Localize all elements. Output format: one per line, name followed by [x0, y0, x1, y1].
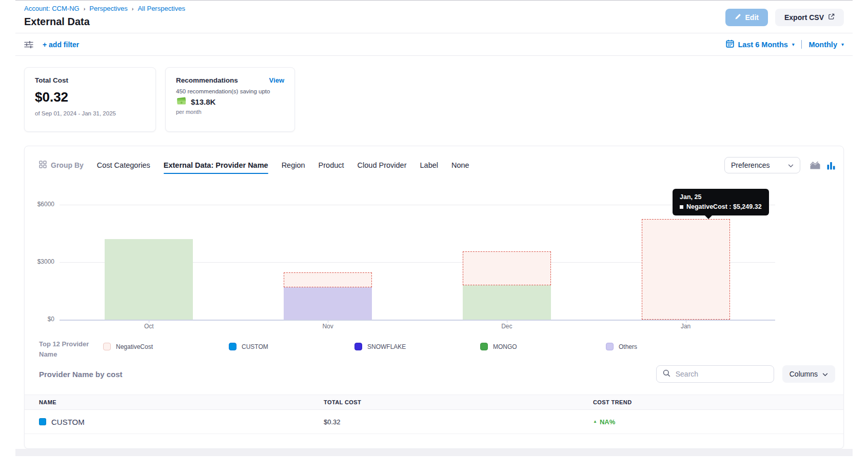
filter-icon[interactable]	[24, 41, 33, 48]
legend-label: Others	[619, 343, 637, 350]
filter-bar: + add filter Last 6 Months ▾ Monthly ▾	[15, 33, 853, 56]
legend-title: Top 12 Provider Name	[39, 339, 103, 359]
granularity-dropdown[interactable]: Monthly ▾	[808, 41, 844, 49]
tab-none[interactable]: None	[451, 161, 469, 169]
bottom-strip	[15, 449, 853, 456]
preferences-label: Preferences	[731, 161, 770, 169]
header-actions: Edit Export CSV	[725, 9, 844, 33]
column-header-cost-trend[interactable]: COST TREND	[593, 399, 843, 405]
y-axis-label: $6000	[25, 201, 54, 208]
total-cost-period: of Sep 01, 2024 - Jan 31, 2025	[35, 110, 145, 116]
tab-cost-categories[interactable]: Cost Categories	[97, 161, 150, 169]
breadcrumb-separator-icon: ›	[132, 6, 134, 12]
breadcrumb-item-account-ccm-ng[interactable]: Account: CCM-NG	[24, 5, 80, 12]
group-by-label: Group By	[51, 161, 84, 169]
y-axis-label: $0	[25, 316, 54, 323]
perspective-panel: Group By Cost CategoriesExternal Data: P…	[24, 146, 844, 449]
trend-up-icon: ▲	[593, 420, 597, 424]
row-swatch	[39, 418, 46, 425]
total-cost-value: $0.32	[35, 89, 145, 105]
external-link-icon	[828, 13, 835, 22]
row-name-cell: CUSTOM	[39, 418, 324, 426]
x-axis-tick	[686, 320, 686, 323]
legend-label: SNOWFLAKE	[367, 343, 406, 350]
legend-swatch	[354, 343, 362, 350]
total-cost-card: Total Cost $0.32 of Sep 01, 2024 - Jan 3…	[24, 67, 156, 132]
x-axis-tick	[149, 320, 149, 323]
chart-tooltip: Jan, 25 NegativeCost : $5,249.32	[673, 189, 769, 215]
legend-swatch	[229, 343, 236, 350]
search-input[interactable]	[675, 369, 767, 379]
tab-label[interactable]: Label	[420, 161, 438, 169]
total-cost-title: Total Cost	[35, 76, 145, 84]
vertical-separator	[801, 40, 802, 49]
export-csv-label: Export CSV	[784, 13, 824, 22]
column-header-total-cost[interactable]: TOTAL COST	[324, 399, 593, 405]
table-header-row: NAMETOTAL COSTCOST TREND	[25, 395, 843, 410]
tab-external-data-provider-name[interactable]: External Data: Provider Name	[164, 161, 268, 169]
legend-swatch	[606, 343, 614, 350]
breadcrumb-item-perspectives[interactable]: Perspectives	[89, 5, 127, 12]
row-cost-trend: ▲NA%	[593, 418, 843, 426]
bar-others-nov[interactable]	[284, 287, 372, 320]
breadcrumb: Account: CCM-NG›Perspectives›All Perspec…	[24, 5, 185, 12]
row-name: CUSTOM	[51, 418, 85, 426]
legend-label: MONGO	[493, 343, 517, 350]
table-row-custom[interactable]: CUSTOM$0.32▲NA%	[25, 410, 843, 434]
tooltip-series-marker	[680, 205, 683, 209]
tooltip-arrow	[704, 215, 713, 219]
x-axis-label: Nov	[305, 323, 351, 330]
tab-cloud-provider[interactable]: Cloud Provider	[358, 161, 407, 169]
bar-mongo-oct[interactable]	[105, 239, 193, 320]
column-header-name[interactable]: NAME	[39, 399, 324, 405]
calendar-icon	[726, 40, 734, 49]
bar-negativecost-nov[interactable]	[284, 272, 372, 287]
chevron-down-icon	[822, 370, 828, 378]
legend-item-others[interactable]: Others	[606, 339, 732, 350]
bar-negativecost-dec[interactable]	[463, 251, 551, 285]
legend-items: NegativeCostCUSTOMSNOWFLAKEMONGOOthers	[103, 339, 732, 350]
granularity-label: Monthly	[808, 41, 837, 49]
bar-negativecost-jan[interactable]	[642, 219, 730, 320]
date-range-label: Last 6 Months	[738, 41, 787, 49]
recommendations-title: Recommendations	[176, 76, 238, 84]
header-left: Account: CCM-NG›Perspectives›All Perspec…	[24, 5, 185, 33]
chart-type-toggle	[810, 161, 835, 170]
chevron-down-icon	[788, 161, 794, 169]
edit-button-label: Edit	[745, 13, 759, 22]
row-total-cost: $0.32	[324, 418, 593, 426]
edit-button[interactable]: Edit	[725, 9, 768, 26]
bar-chart-icon[interactable]	[827, 161, 835, 170]
add-filter-button[interactable]: + add filter	[43, 41, 79, 49]
recommendations-card: Recommendations View 450 recommendation(…	[165, 67, 295, 132]
search-box	[656, 365, 774, 383]
legend-item-negativecost[interactable]: NegativeCost	[103, 339, 229, 350]
gridline	[60, 205, 775, 205]
breadcrumb-item-all-perspectives[interactable]: All Perspectives	[137, 5, 185, 12]
tab-product[interactable]: Product	[319, 161, 344, 169]
caret-down-icon: ▾	[841, 42, 844, 47]
y-axis-label: $3000	[25, 258, 54, 265]
bar-mongo-dec[interactable]	[463, 285, 551, 320]
x-axis-label: Oct	[126, 323, 172, 330]
page-content: Account: CCM-NG›Perspectives›All Perspec…	[15, 0, 853, 456]
legend-item-snowflake[interactable]: SNOWFLAKE	[354, 339, 480, 350]
tooltip-title: Jan, 25	[680, 193, 762, 201]
preferences-dropdown[interactable]: Preferences	[724, 157, 800, 173]
search-icon	[663, 369, 670, 379]
columns-button[interactable]: Columns	[782, 365, 835, 383]
x-axis-tick	[507, 320, 507, 323]
area-chart-icon[interactable]	[810, 161, 821, 170]
money-icon	[176, 97, 187, 107]
date-range-dropdown[interactable]: Last 6 Months ▾	[738, 41, 795, 49]
page-header: Account: CCM-NG›Perspectives›All Perspec…	[15, 1, 853, 33]
tab-region[interactable]: Region	[282, 161, 305, 169]
chart-legend: Top 12 Provider Name NegativeCostCUSTOMS…	[25, 330, 843, 357]
export-csv-button[interactable]: Export CSV	[775, 9, 844, 26]
x-axis-label: Dec	[484, 323, 530, 330]
legend-item-custom[interactable]: CUSTOM	[229, 339, 354, 350]
legend-label: NegativeCost	[116, 343, 153, 350]
view-recommendations-link[interactable]: View	[269, 76, 284, 84]
x-axis-tick	[328, 320, 328, 323]
legend-item-mongo[interactable]: MONGO	[480, 339, 606, 350]
